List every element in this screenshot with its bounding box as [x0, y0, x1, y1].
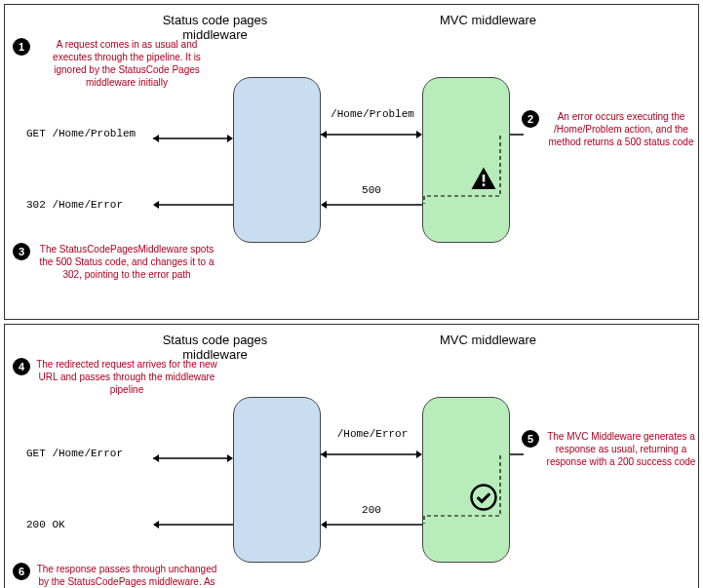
status-code-pages-box [233, 77, 321, 243]
request-line-4: 200 OK [26, 519, 65, 530]
arrow-status-to-mvc-1 [321, 130, 422, 139]
annotation-4: 4 The redirected request arrives for the… [13, 358, 217, 396]
panel-inner: 1 A request comes in as usual and execut… [9, 48, 694, 311]
annotation-6-text: The response passes through unchanged by… [36, 563, 217, 588]
dashed-return-path-2 [422, 450, 502, 524]
request-line-2: 302 /Home/Error [26, 199, 123, 211]
annotation-3: 3 The StatusCodePagesMiddleware spots th… [13, 243, 217, 281]
annotation-3-text: The StatusCodePagesMiddleware spots the … [36, 243, 217, 281]
step-number-4: 4 [13, 358, 30, 375]
svg-marker-7 [321, 131, 327, 138]
svg-marker-24 [153, 521, 159, 529]
annotation-6: 6 The response passes through unchanged … [13, 563, 217, 588]
svg-marker-12 [153, 201, 159, 209]
svg-marker-3 [227, 135, 233, 142]
arrow-to-status-2 [153, 453, 233, 463]
svg-marker-10 [321, 201, 327, 209]
status-code-pages-box-2 [233, 397, 321, 563]
svg-marker-16 [153, 454, 159, 462]
mvc-middleware-header: MVC middleware [410, 13, 566, 42]
arrow-mvc-to-status-200 [321, 520, 422, 529]
step-number-1: 1 [13, 38, 30, 56]
svg-marker-22 [321, 521, 327, 529]
arrow-status-to-client-302 [153, 200, 233, 210]
flow-label-home-error: /Home/Error [329, 428, 416, 440]
svg-marker-19 [321, 451, 327, 458]
annotation-5-text: The MVC Middleware generates a response … [545, 430, 697, 468]
annotation-5: 5 The MVC Middleware generates a respons… [522, 430, 697, 468]
arrow-mvc-to-status-500 [321, 200, 422, 210]
annotation-1: 1 A request comes in as usual and execut… [13, 38, 217, 89]
arrow-to-status-1 [153, 134, 233, 143]
arrow-status-to-mvc-2 [321, 450, 422, 459]
step-number-6: 6 [13, 563, 30, 580]
request-line-1: GET /Home/Problem [26, 128, 136, 139]
flow-label-home-problem: /Home/Problem [329, 108, 416, 120]
flow-label-200: 200 [352, 504, 391, 516]
diagram-panel-top: Status code pages middleware MVC middlew… [4, 4, 699, 320]
step-number-5: 5 [522, 430, 539, 448]
dashed-return-path-1 [422, 130, 502, 204]
request-line-3: GET /Home/Error [26, 448, 123, 459]
panel-inner-2: 4 The redirected request arrives for the… [9, 368, 694, 588]
flow-label-500: 500 [352, 184, 391, 196]
step-number-3: 3 [13, 243, 30, 260]
svg-marker-4 [153, 135, 159, 142]
annotation-2-text: An error occurs executing the /Home/Prob… [545, 110, 697, 148]
arrow-status-to-client-200 [153, 520, 233, 529]
svg-marker-15 [227, 454, 233, 462]
mvc-middleware-header-2: MVC middleware [410, 333, 566, 362]
annotation-2: 2 An error occurs executing the /Home/Pr… [522, 110, 697, 148]
annotation-4-text: The redirected request arrives for the n… [36, 358, 217, 396]
annotation-1-text: A request comes in as usual and executes… [36, 38, 217, 89]
step-number-2: 2 [522, 110, 539, 128]
diagram-panel-bottom: Status code pages middleware MVC middlew… [4, 324, 699, 588]
